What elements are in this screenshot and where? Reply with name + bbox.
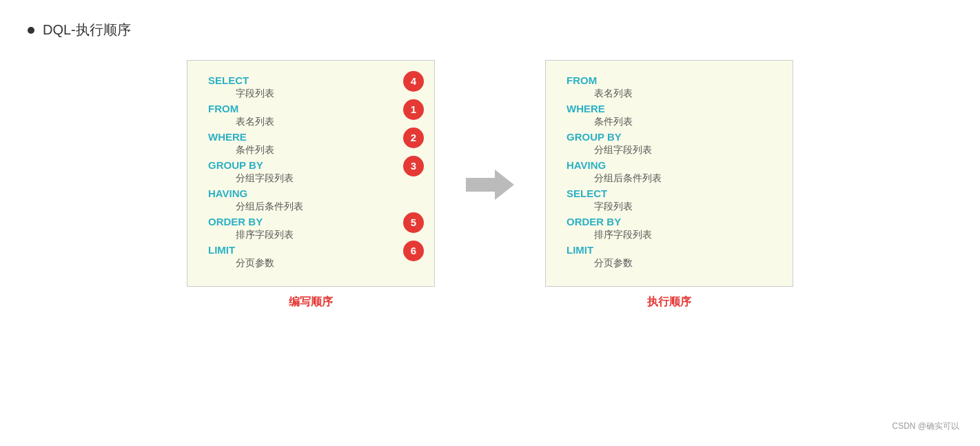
page-header: DQL-执行顺序 (28, 21, 952, 39)
right-value-2: 分组字段列表 (566, 144, 772, 156)
left-keyword-row-0: SELECT4 (208, 74, 414, 88)
arrow-container (462, 170, 518, 201)
left-value-3: 分组字段列表 (208, 172, 414, 185)
right-keyword-5: ORDER BY (566, 216, 772, 227)
right-value-3: 分组后条件列表 (566, 172, 772, 185)
left-keyword-row-2: WHERE2 (208, 131, 414, 144)
left-keyword-5: ORDER BY (208, 216, 263, 227)
badge-6: 6 (403, 241, 424, 261)
badge-4: 4 (403, 71, 424, 92)
right-sql-block-4: SELECT字段列表 (566, 187, 772, 213)
bullet-point (28, 27, 34, 34)
right-box-wrapper: FROM表名列表WHERE条件列表GROUP BY分组字段列表HAVING分组后… (545, 60, 793, 310)
left-keyword-row-1: FROM1 (208, 103, 414, 116)
badge-2: 2 (403, 128, 424, 148)
right-box-label: 执行顺序 (647, 295, 691, 310)
badge-3: 3 (403, 156, 424, 176)
left-keyword-6: LIMIT (208, 244, 235, 256)
left-sql-block-3: GROUP BY3分组字段列表 (208, 159, 414, 185)
left-keyword-row-6: LIMIT6 (208, 244, 414, 257)
badge-1: 1 (403, 99, 424, 120)
right-sql-block-3: HAVING分组后条件列表 (566, 159, 772, 185)
left-keyword-2: WHERE (208, 131, 247, 143)
left-keyword-row-4: HAVING (208, 187, 414, 201)
right-keyword-4: SELECT (566, 187, 772, 199)
left-box-label: 编写顺序 (289, 295, 333, 310)
left-keyword-1: FROM (208, 103, 238, 114)
left-value-5: 排序字段列表 (208, 229, 414, 241)
left-value-4: 分组后条件列表 (208, 201, 414, 213)
right-keyword-1: WHERE (566, 103, 772, 114)
right-keyword-0: FROM (566, 74, 772, 86)
right-sql-box: FROM表名列表WHERE条件列表GROUP BY分组字段列表HAVING分组后… (545, 60, 793, 287)
right-value-4: 字段列表 (566, 201, 772, 213)
right-value-0: 表名列表 (566, 88, 772, 100)
right-keyword-3: HAVING (566, 159, 772, 171)
right-arrow-icon (466, 170, 514, 201)
left-sql-block-4: HAVING分组后条件列表 (208, 187, 414, 213)
right-sql-block-6: LIMIT分页参数 (566, 244, 772, 270)
left-box-wrapper: SELECT4字段列表FROM1表名列表WHERE2条件列表GROUP BY3分… (187, 60, 435, 310)
left-sql-block-0: SELECT4字段列表 (208, 74, 414, 100)
right-keyword-6: LIMIT (566, 244, 772, 256)
left-sql-block-2: WHERE2条件列表 (208, 131, 414, 156)
badge-5: 5 (403, 212, 424, 233)
left-sql-block-1: FROM1表名列表 (208, 103, 414, 128)
right-sql-block-2: GROUP BY分组字段列表 (566, 131, 772, 156)
right-sql-block-0: FROM表名列表 (566, 74, 772, 100)
left-keyword-0: SELECT (208, 74, 249, 86)
left-value-0: 字段列表 (208, 88, 414, 100)
left-sql-block-5: ORDER BY5排序字段列表 (208, 216, 414, 241)
left-keyword-row-3: GROUP BY3 (208, 159, 414, 172)
left-keyword-4: HAVING (208, 187, 247, 199)
left-value-1: 表名列表 (208, 116, 414, 128)
right-sql-block-1: WHERE条件列表 (566, 103, 772, 128)
left-keyword-3: GROUP BY (208, 159, 263, 171)
left-keyword-row-5: ORDER BY5 (208, 216, 414, 229)
left-sql-block-6: LIMIT6分页参数 (208, 244, 414, 270)
right-value-1: 条件列表 (566, 116, 772, 128)
right-value-5: 排序字段列表 (566, 229, 772, 241)
page-title: DQL-执行顺序 (43, 21, 131, 39)
left-sql-box: SELECT4字段列表FROM1表名列表WHERE2条件列表GROUP BY3分… (187, 60, 435, 287)
right-value-6: 分页参数 (566, 257, 772, 270)
right-sql-block-5: ORDER BY排序字段列表 (566, 216, 772, 241)
main-content: SELECT4字段列表FROM1表名列表WHERE2条件列表GROUP BY3分… (28, 60, 952, 310)
left-value-6: 分页参数 (208, 257, 414, 270)
left-value-2: 条件列表 (208, 144, 414, 156)
right-keyword-2: GROUP BY (566, 131, 772, 143)
